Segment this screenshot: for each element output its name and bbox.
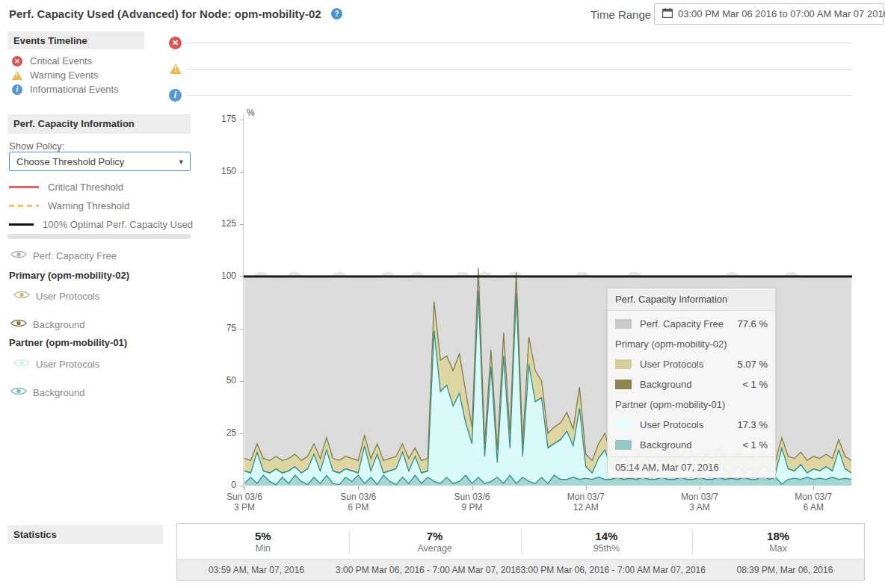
time-range-label: Time Range xyxy=(590,8,651,21)
warning-lane-icon[interactable] xyxy=(170,64,182,74)
show-policy-label: Show Policy: xyxy=(9,140,64,152)
partner-user-swatch xyxy=(615,420,632,430)
tooltip-primary-bg-value: < 1 % xyxy=(742,379,768,390)
x-tick-label: Sun 03/63 PM xyxy=(200,492,289,513)
info-lane-icon[interactable]: i xyxy=(169,89,182,102)
x-tick-label: Mon 03/76 AM xyxy=(768,492,858,513)
toggle-primary-background[interactable]: Background xyxy=(10,318,84,331)
tooltip-primary-user-label: User Protocols xyxy=(640,359,738,370)
calendar-icon xyxy=(662,7,673,21)
y-tick-label: 100 xyxy=(214,270,236,281)
eye-icon xyxy=(10,249,27,262)
info-events-lane xyxy=(187,95,852,96)
toggle-partner-background[interactable]: Background xyxy=(10,386,84,399)
partner-node-heading: Partner (opm-mobility-01) xyxy=(9,337,127,348)
y-tick-label: 75 xyxy=(214,323,236,333)
toggle-label: User Protocols xyxy=(36,359,99,370)
statistics-header: Statistics xyxy=(7,525,163,544)
toggle-label: User Protocols xyxy=(36,291,99,302)
legend-informational-events: i Informational Events xyxy=(12,82,119,96)
tooltip-row-primary-user: User Protocols 5.07 % xyxy=(615,354,768,374)
perf-capacity-info-header: Perf. Capacity Information xyxy=(7,114,191,134)
stat-min: 5% Min xyxy=(177,524,349,559)
y-tick-label: 175 xyxy=(214,114,236,124)
x-tick-label: Mon 03/712 AM xyxy=(541,492,631,513)
info-event-icon: i xyxy=(12,84,22,95)
perf-capacity-page: Perf. Capacity Used (Advanced) for Node:… xyxy=(0,0,885,588)
y-tick-label: 50 xyxy=(214,375,236,386)
stat-average: 7% Average xyxy=(349,524,521,559)
warning-threshold-label: Warning Threshold xyxy=(48,200,129,211)
tooltip-free-value: 77.6 % xyxy=(738,318,768,329)
optimal-threshold-legend: 100% Optimal Perf. Capacity Used xyxy=(9,219,193,230)
free-swatch xyxy=(615,319,632,329)
stat-max-value: 18% xyxy=(767,530,789,542)
time-range-selector[interactable]: 03:00 PM Mar 06 2016 to 07:00 AM Mar 07 … xyxy=(654,3,884,25)
y-tick-label: 125 xyxy=(214,218,236,229)
threshold-policy-dropdown[interactable]: Choose Threshold Policy ▾ xyxy=(9,152,191,171)
stat-95th-label: 95th% xyxy=(593,543,620,554)
legend-info-label: Informational Events xyxy=(30,84,119,95)
y-tick-label: 150 xyxy=(214,166,236,176)
stat-min-label: Min xyxy=(256,543,271,554)
page-title: Perf. Capacity Used (Advanced) for Node:… xyxy=(9,7,321,20)
tooltip-partner-bg-value: < 1 % xyxy=(742,439,768,451)
x-tick-label: Mon 03/73 AM xyxy=(655,492,744,513)
stat-95th-detail: 3:00 PM Mar 06, 2016 - 7:00 AM Mar 07, 2… xyxy=(521,565,706,575)
warning-threshold-legend: Warning Threshold xyxy=(9,200,129,211)
critical-events-lane xyxy=(187,43,852,43)
stat-max-label: Max xyxy=(769,543,787,554)
stat-average-value: 7% xyxy=(427,530,443,542)
primary-bg-swatch xyxy=(615,380,632,389)
tooltip-row-free: Perf. Capacity Free 77.6 % xyxy=(615,314,768,334)
stat-max-detail: 08:39 PM, Mar 06, 2016 xyxy=(706,565,864,575)
eye-icon xyxy=(13,357,30,371)
stat-average-detail: 3:00 PM Mar 06, 2016 - 7:00 AM Mar 07, 2… xyxy=(336,565,520,575)
tooltip-partner-heading: Partner (opm-mobility-01) xyxy=(615,394,768,415)
legend-critical-events: ✕ Critical Events xyxy=(12,54,119,68)
tooltip-row-primary-bg: Background < 1 % xyxy=(615,374,768,394)
toggle-primary-user-protocols[interactable]: User Protocols xyxy=(13,289,99,303)
y-tick-label: 25 xyxy=(214,427,236,438)
x-tick-label: Sun 03/69 PM xyxy=(428,492,517,513)
legend-warning-label: Warning Events xyxy=(30,69,98,81)
critical-threshold-line xyxy=(9,186,39,188)
tooltip-row-partner-user: User Protocols 17.3 % xyxy=(615,415,768,435)
stat-min-detail: 03:59 AM, Mar 07, 2016 xyxy=(177,565,336,575)
tooltip-primary-user-value: 5.07 % xyxy=(738,359,768,370)
critical-event-icon: ✕ xyxy=(12,56,22,66)
legend-critical-label: Critical Events xyxy=(30,55,92,66)
critical-threshold-legend: Critical Threshold xyxy=(9,182,123,193)
sidebar-divider xyxy=(7,234,191,239)
stat-95th-value: 14% xyxy=(595,530,617,542)
threshold-policy-value: Choose Threshold Policy xyxy=(16,156,179,167)
y-tick-label: 0 xyxy=(214,480,236,490)
tooltip-partner-user-value: 17.3 % xyxy=(738,419,768,430)
time-range-value: 03:00 PM Mar 06 2016 to 07:00 AM Mar 07 … xyxy=(678,8,885,19)
warning-events-lane xyxy=(187,69,852,69)
chart-tooltip: Perf. Capacity Information Perf. Capacit… xyxy=(607,288,776,478)
eye-icon xyxy=(10,318,27,331)
toggle-label: Background xyxy=(33,387,84,398)
optimal-line-label: 100% Optimal Perf. Capacity Used xyxy=(43,219,193,230)
events-timeline-header: Events Timeline xyxy=(7,31,144,49)
eye-icon xyxy=(10,386,27,399)
help-icon[interactable]: ? xyxy=(331,8,342,19)
stat-max: 18% Max xyxy=(692,524,864,559)
x-tick-label: Sun 03/66 PM xyxy=(313,492,403,513)
tooltip-partner-bg-label: Background xyxy=(640,439,742,451)
legend-warning-events: Warning Events xyxy=(12,68,119,82)
tooltip-primary-heading: Primary (opm-mobility-02) xyxy=(615,334,768,354)
critical-lane-icon[interactable]: ✕ xyxy=(169,37,182,49)
partner-bg-swatch xyxy=(615,440,632,450)
tooltip-free-label: Perf. Capacity Free xyxy=(640,318,738,329)
stat-min-value: 5% xyxy=(255,530,271,542)
tooltip-primary-bg-label: Background xyxy=(640,379,742,390)
primary-user-swatch xyxy=(615,359,632,369)
events-legend: ✕ Critical Events Warning Events i Infor… xyxy=(12,54,119,96)
chevron-down-icon: ▾ xyxy=(179,157,183,167)
eye-icon xyxy=(13,289,30,303)
optimal-line-swatch xyxy=(9,223,34,226)
toggle-partner-user-protocols[interactable]: User Protocols xyxy=(13,357,99,371)
toggle-perf-capacity-free[interactable]: Perf. Capacity Free xyxy=(10,249,117,262)
